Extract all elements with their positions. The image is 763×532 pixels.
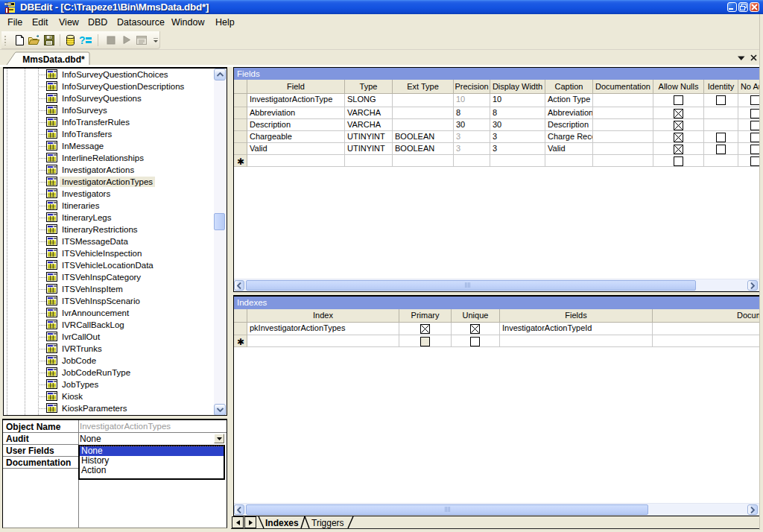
svg-text:MmsData.dbd*: MmsData.dbd*	[22, 54, 85, 65]
svg-text:?: ?	[79, 34, 86, 46]
svg-text:Triggers: Triggers	[311, 518, 344, 528]
svg-text:Indexes: Indexes	[265, 518, 299, 528]
